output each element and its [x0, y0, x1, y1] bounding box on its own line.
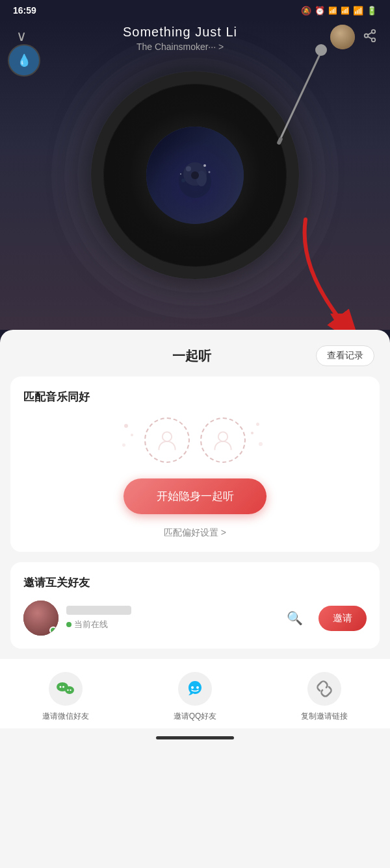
svg-point-13: [162, 432, 172, 441]
svg-point-22: [70, 689, 71, 691]
qq-label: 邀请QQ好友: [174, 711, 217, 722]
status-bar: 16:59 🔕 ⏰ 📶 📶 📶 🔋: [0, 0, 390, 18]
friends-card-title: 邀请互关好友: [23, 575, 367, 590]
match-settings-link[interactable]: 匹配偏好设置: [23, 527, 367, 539]
silent-icon: 🔕: [301, 6, 311, 16]
match-card: 匹配音乐同好: [10, 377, 380, 552]
qq-icon: [178, 672, 212, 706]
wechat-label: 邀请微信好友: [42, 711, 89, 722]
svg-point-9: [181, 179, 185, 182]
home-indicator: [156, 736, 234, 739]
player-header: ∨ Something Just Li The Chainsmoker··· >: [0, 18, 390, 52]
link-icon: [307, 672, 341, 706]
friend-avatar: [23, 601, 58, 636]
share-icon[interactable]: [363, 29, 377, 46]
svg-point-24: [196, 686, 199, 689]
start-listening-button[interactable]: 开始隐身一起听: [124, 478, 266, 514]
svg-point-19: [62, 686, 64, 688]
vinyl-area: [0, 52, 390, 299]
link-label: 复制邀请链接: [301, 711, 348, 722]
svg-point-12: [180, 173, 181, 175]
player-area: ∨ Something Just Li The Chainsmoker··· >…: [0, 18, 390, 330]
svg-point-7: [186, 166, 191, 171]
view-records-button[interactable]: 查看记录: [316, 345, 374, 366]
friend-status: 当前在线: [66, 619, 279, 630]
online-indicator: [49, 626, 57, 634]
status-time: 16:59: [13, 5, 36, 16]
svg-point-18: [59, 686, 61, 688]
svg-point-23: [191, 686, 194, 689]
search-icon[interactable]: 🔍: [287, 610, 303, 626]
song-info: Something Just Li The Chainsmoker··· >: [30, 25, 330, 52]
user-avatar-small[interactable]: [330, 25, 355, 49]
status-dot: [66, 622, 72, 627]
signal-icon: 📶: [328, 6, 337, 15]
avatars-row: [23, 417, 367, 463]
alarm-icon: ⏰: [315, 6, 325, 16]
bottom-sheet: 一起听 查看记录 匹配音乐同好: [0, 330, 390, 868]
sheet-title: 一起听: [68, 347, 316, 365]
svg-point-1: [365, 34, 369, 38]
sheet-header: 一起听 查看记录: [0, 330, 390, 377]
wifi-icon: 📶: [353, 6, 363, 16]
vinyl-record: [91, 71, 299, 279]
svg-point-14: [218, 432, 228, 441]
share-wechat[interactable]: 邀请微信好友: [42, 672, 89, 722]
battery-icon: 🔋: [367, 6, 377, 16]
match-avatar-2: [200, 417, 246, 463]
friend-info: 当前在线: [66, 606, 279, 630]
svg-line-4: [368, 32, 372, 34]
song-artist[interactable]: The Chainsmoker··· >: [30, 42, 330, 52]
svg-point-2: [372, 38, 376, 41]
invite-button[interactable]: 邀请: [318, 606, 367, 631]
signal2-icon: 📶: [341, 6, 350, 15]
share-link[interactable]: 复制邀请链接: [301, 672, 348, 722]
friends-card: 邀请互关好友 当前在线 🔍: [10, 562, 380, 649]
status-text: 当前在线: [74, 619, 108, 630]
back-button[interactable]: ∨: [13, 25, 30, 48]
vinyl-center: [191, 171, 199, 179]
svg-point-0: [372, 29, 376, 33]
svg-point-21: [67, 689, 68, 691]
needle-arm: [280, 45, 325, 140]
share-qq[interactable]: 邀请QQ好友: [174, 672, 217, 722]
svg-line-3: [368, 36, 372, 39]
svg-point-20: [65, 686, 74, 694]
status-icons: 🔕 ⏰ 📶 📶 📶 🔋: [301, 6, 377, 16]
share-bar: 邀请微信好友 邀请QQ好友 复制邀请链接: [0, 659, 390, 728]
match-card-title: 匹配音乐同好: [23, 390, 367, 404]
song-title: Something Just Li: [30, 25, 330, 40]
svg-point-11: [209, 171, 211, 173]
match-avatar-1: [144, 417, 190, 463]
header-actions: [330, 25, 377, 49]
svg-point-10: [203, 164, 206, 167]
friend-row: 当前在线 🔍 邀请: [23, 601, 367, 636]
friend-name-placeholder: [66, 606, 131, 615]
wechat-icon: [49, 672, 83, 706]
